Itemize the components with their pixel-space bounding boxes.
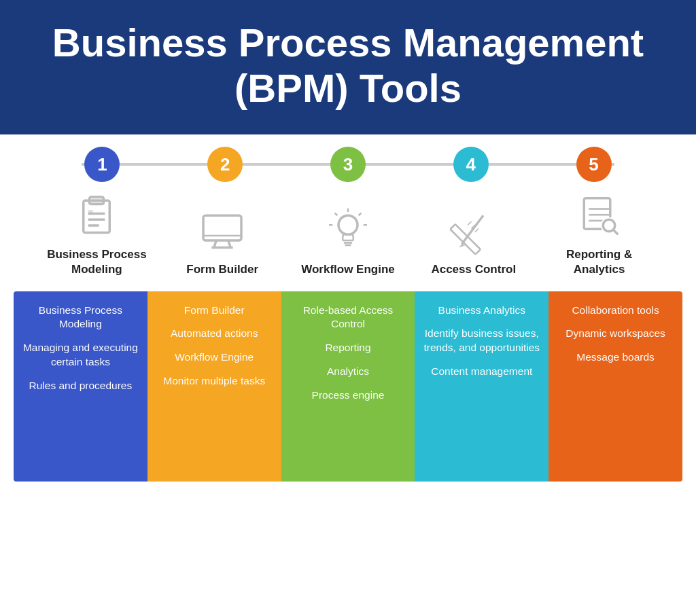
- grid-col-1: Business Process Modeling Managing and e…: [14, 291, 147, 482]
- lightbulb-icon: [321, 204, 375, 258]
- svg-line-18: [335, 213, 338, 216]
- icons-row: Business ProcessModeling Form Builder: [14, 182, 682, 277]
- grid-item: Automated actions: [156, 327, 273, 341]
- timeline-numbers-row: 1 2 3 4 5: [14, 134, 682, 182]
- number-5: 5: [576, 147, 612, 182]
- grid-item: Collaboration tools: [557, 304, 674, 318]
- grid-item: Workflow Engine: [156, 350, 273, 365]
- svg-line-21: [462, 216, 483, 244]
- number-3: 3: [330, 147, 366, 182]
- grid-col-3: Role-based Access Control Reporting Anal…: [281, 291, 415, 482]
- svg-point-12: [338, 216, 358, 235]
- grid-item: Identify business issues, trends, and op…: [423, 327, 540, 355]
- grid-item: Role-based Access Control: [290, 304, 407, 332]
- grid-item: Business Analytics: [423, 304, 540, 318]
- number-1: 1: [84, 147, 120, 182]
- grid-item: Rules and procedures: [22, 379, 139, 393]
- grid-section: Business Process Modeling Managing and e…: [14, 291, 682, 482]
- icon-label-2: Form Builder: [186, 262, 258, 277]
- icon-col-4: Access Control: [417, 204, 530, 277]
- tools-icon: [447, 204, 501, 258]
- icon-col-5: Reporting &Analytics: [542, 189, 655, 277]
- header: Business Process Management (BPM) Tools: [0, 0, 696, 134]
- grid-item: Form Builder: [156, 304, 273, 318]
- svg-rect-7: [203, 216, 241, 241]
- icon-label-3: Workflow Engine: [301, 262, 395, 277]
- svg-rect-2: [90, 197, 104, 204]
- grid-col-5: Collaboration tools Dynamic workspaces M…: [549, 291, 682, 482]
- monitor-icon: [195, 204, 249, 258]
- grid-item: Reporting: [290, 341, 407, 355]
- number-2: 2: [207, 147, 243, 182]
- timeline-section: 1 2 3 4 5 Business ProcessModeling: [0, 134, 696, 277]
- page-title: Business Process Management (BPM) Tools: [27, 20, 669, 111]
- icon-label-1: Business ProcessModeling: [47, 247, 146, 277]
- svg-line-16: [359, 213, 362, 216]
- svg-line-23: [468, 221, 471, 225]
- clipboard-icon: [69, 189, 124, 243]
- icon-label-4: Access Control: [431, 262, 516, 277]
- icon-col-3: Workflow Engine: [292, 204, 404, 277]
- grid-col-4: Business Analytics Identify business iss…: [415, 291, 549, 482]
- number-4: 4: [453, 147, 489, 182]
- grid-item: Message boards: [557, 350, 674, 365]
- svg-line-25: [475, 229, 478, 232]
- grid-item: Business Process Modeling: [22, 304, 139, 332]
- grid-item: Process engine: [290, 388, 407, 403]
- grid-item: Monitor multiple tasks: [156, 374, 273, 388]
- grid-item: Dynamic workspaces: [557, 327, 674, 341]
- icon-col-2: Form Builder: [166, 204, 279, 277]
- svg-rect-0: [84, 201, 110, 233]
- icon-label-5: Reporting &Analytics: [566, 247, 632, 277]
- grid-col-2: Form Builder Automated actions Workflow …: [147, 291, 281, 482]
- grid-item: Content management: [423, 365, 540, 379]
- svg-rect-6: [88, 211, 93, 215]
- icon-col-1: Business ProcessModeling: [40, 189, 153, 277]
- chart-icon: [572, 189, 627, 243]
- svg-line-32: [613, 230, 617, 234]
- grid-item: Analytics: [290, 365, 407, 379]
- grid-item: Managing and executing certain tasks: [22, 341, 139, 369]
